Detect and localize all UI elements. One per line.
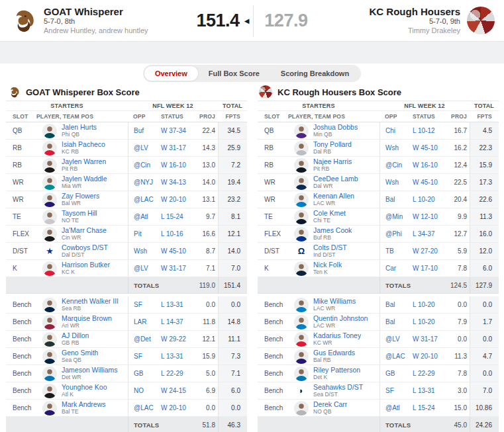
- game-status-link[interactable]: L 10-16: [161, 230, 183, 238]
- opponent-link[interactable]: @Min: [385, 213, 403, 220]
- player-name-link[interactable]: CeeDee Lamb: [313, 175, 358, 183]
- opponent-link[interactable]: LAR: [134, 318, 146, 325]
- opponent-link[interactable]: GB: [385, 370, 395, 377]
- game-status-link[interactable]: W 34-13: [161, 179, 186, 186]
- player-name-link[interactable]: Isiah Pacheco: [62, 141, 105, 149]
- player-name-link[interactable]: Joshua Dobbs: [313, 124, 358, 132]
- game-status-link[interactable]: W 31-17: [161, 265, 186, 272]
- game-status-link[interactable]: W 24-15: [161, 387, 186, 394]
- opponent-link[interactable]: @Cin: [385, 161, 402, 169]
- opponent-link[interactable]: @Cin: [134, 161, 150, 169]
- game-status-link[interactable]: L 10-12: [413, 127, 435, 134]
- player-name-link[interactable]: Colts D/ST: [313, 244, 347, 252]
- opponent-link[interactable]: Buf: [134, 127, 144, 134]
- opponent-link[interactable]: Car: [385, 265, 396, 272]
- opponent-link[interactable]: @LV: [134, 265, 148, 272]
- opponent-link[interactable]: @NYJ: [134, 179, 153, 186]
- game-status-link[interactable]: L 15-24: [161, 213, 183, 220]
- opponent-link[interactable]: @LAC: [385, 353, 405, 360]
- game-status-link[interactable]: W 16-10: [413, 161, 438, 169]
- opponent-link[interactable]: Bal: [385, 301, 395, 308]
- game-status-link[interactable]: L 14-37: [161, 318, 183, 325]
- opponent-link[interactable]: Pit: [134, 230, 142, 238]
- opponent-link[interactable]: Wsh: [134, 247, 147, 255]
- game-status-link[interactable]: W 12-10: [413, 213, 438, 220]
- player-name-link[interactable]: Ja'Marr Chase: [62, 227, 107, 235]
- player-name-link[interactable]: Younghoe Koo: [62, 384, 107, 392]
- game-status-link[interactable]: L 13-31: [413, 387, 435, 394]
- opponent-link[interactable]: Wsh: [385, 179, 399, 186]
- opponent-link[interactable]: SF: [134, 301, 142, 308]
- player-name-link[interactable]: Jalen Hurts: [62, 124, 97, 132]
- opponent-link[interactable]: @LAC: [134, 404, 154, 411]
- opponent-link[interactable]: @LAC: [134, 196, 154, 203]
- game-status-link[interactable]: W 27-20: [413, 247, 438, 255]
- player-name-link[interactable]: James Cook: [313, 227, 352, 235]
- opponent-link[interactable]: @LV: [134, 144, 148, 151]
- opponent-link[interactable]: @Phi: [385, 230, 402, 238]
- game-status-link[interactable]: L 22-29: [413, 370, 435, 377]
- game-status-link[interactable]: L 13-31: [161, 353, 183, 360]
- game-status-link[interactable]: L 13-31: [161, 301, 183, 308]
- player-name-link[interactable]: Quentin Johnston: [313, 315, 368, 323]
- player-name-link[interactable]: Jameson Williams: [62, 367, 118, 374]
- game-status-link[interactable]: L 22-29: [161, 370, 183, 377]
- home-team-name[interactable]: GOAT Whisperer: [44, 6, 148, 17]
- game-status-link[interactable]: W 31-17: [161, 144, 186, 151]
- player-name-link[interactable]: Seahawks D/ST: [313, 384, 363, 392]
- player-name-link[interactable]: Mike Williams: [313, 298, 356, 306]
- opponent-link[interactable]: Wsh: [385, 144, 399, 151]
- opponent-link[interactable]: @LV: [385, 335, 400, 343]
- game-status-link[interactable]: L 10-20: [413, 196, 435, 203]
- game-status-link[interactable]: W 20-10: [161, 404, 186, 411]
- game-status-link[interactable]: W 37-34: [161, 127, 186, 134]
- game-status-link[interactable]: W 17-10: [413, 265, 438, 272]
- player-name-link[interactable]: Derek Carr: [313, 401, 347, 409]
- game-status-link[interactable]: L 15-24: [413, 404, 435, 411]
- opponent-link[interactable]: NO: [134, 387, 144, 394]
- game-status-link[interactable]: L 10-20: [413, 318, 435, 325]
- game-status-link[interactable]: W 45-10: [413, 144, 438, 151]
- game-status-link[interactable]: W 45-10: [161, 247, 186, 255]
- player-name-link[interactable]: Kenneth Walker III: [62, 298, 119, 306]
- player-name-link[interactable]: Taysom Hill: [62, 210, 97, 218]
- player-name-link[interactable]: Geno Smith: [62, 349, 98, 357]
- player-name-link[interactable]: Mark Andrews: [62, 401, 106, 409]
- opponent-link[interactable]: TB: [385, 247, 394, 255]
- opponent-link[interactable]: SF: [134, 353, 142, 360]
- player-name-link[interactable]: Nick Folk: [313, 261, 342, 269]
- player-name-link[interactable]: Harrison Butker: [62, 261, 110, 269]
- player-name-link[interactable]: Riley Patterson: [313, 367, 360, 374]
- game-status-link[interactable]: W 45-10: [413, 179, 438, 186]
- game-status-link[interactable]: W 20-10: [161, 196, 186, 203]
- game-status-link[interactable]: W 29-22: [161, 335, 186, 343]
- tab-scoring-breakdown[interactable]: Scoring Breakdown: [270, 66, 360, 81]
- player-name-link[interactable]: Kadarius Toney: [313, 332, 361, 340]
- player-name-link[interactable]: Najee Harris: [313, 158, 352, 166]
- game-status-link[interactable]: W 31-17: [413, 335, 438, 343]
- opponent-link[interactable]: GB: [134, 370, 143, 377]
- tab-full-box-score[interactable]: Full Box Score: [198, 66, 270, 81]
- game-status-link[interactable]: L 34-37: [413, 230, 435, 238]
- player-name-link[interactable]: Cowboys D/ST: [62, 244, 108, 252]
- player-name-link[interactable]: Jaylen Warren: [62, 158, 106, 166]
- away-team-name[interactable]: KC Rough Housers: [369, 6, 460, 17]
- tab-overview[interactable]: Overview: [144, 66, 198, 81]
- player-name-link[interactable]: Keenan Allen: [313, 193, 354, 200]
- opponent-link[interactable]: @Atl: [385, 404, 400, 411]
- opponent-link[interactable]: @Atl: [134, 213, 148, 220]
- game-status-link[interactable]: W 20-10: [413, 353, 438, 360]
- opponent-link[interactable]: Bal: [385, 196, 395, 203]
- player-name-link[interactable]: Jaylen Waddle: [62, 175, 107, 183]
- player-name-link[interactable]: AJ Dillon: [62, 332, 89, 340]
- player-name-link[interactable]: Tony Pollard: [313, 141, 352, 149]
- game-status-link[interactable]: L 10-20: [413, 301, 435, 308]
- player-name-link[interactable]: Gus Edwards: [313, 349, 355, 357]
- game-status-link[interactable]: W 16-10: [161, 161, 186, 169]
- opponent-link[interactable]: Bal: [385, 318, 395, 325]
- opponent-link[interactable]: Chi: [385, 127, 395, 134]
- opponent-link[interactable]: @Det: [134, 335, 151, 343]
- player-name-link[interactable]: Cole Kmet: [313, 210, 346, 218]
- player-name-link[interactable]: Zay Flowers: [62, 193, 99, 200]
- player-name-link[interactable]: Marquise Brown: [62, 315, 112, 323]
